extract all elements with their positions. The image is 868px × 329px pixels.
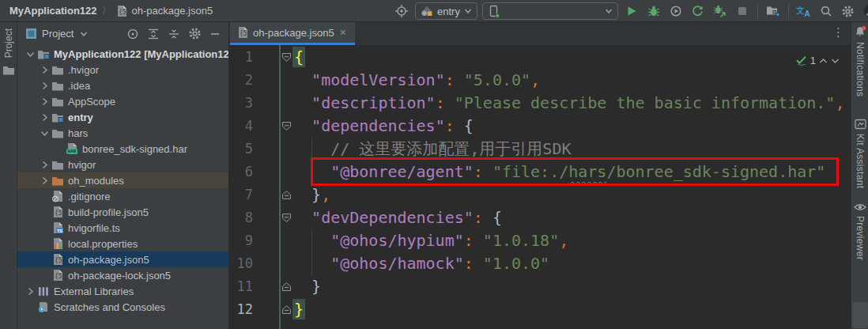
tree-item-gitignore[interactable]: .gitignore: [17, 188, 229, 204]
search-icon: [820, 5, 832, 17]
tree-item-local-properties[interactable]: local.properties: [17, 236, 229, 251]
breadcrumb-file[interactable]: oh-package.json5: [132, 5, 213, 17]
tool-window-button[interactable]: [852, 302, 868, 328]
chevron-down-icon[interactable]: [24, 47, 36, 60]
tree-item-myapplication122[interactable]: MyApplication122 [MyApplication122]: [17, 46, 229, 62]
stop-button[interactable]: [734, 2, 751, 20]
expand-all-button[interactable]: [145, 25, 162, 43]
line-number: 1: [229, 46, 253, 69]
tree-item-oh-package-lock-json5[interactable]: {5}oh-package-lock.json5: [17, 267, 229, 283]
run-button[interactable]: [623, 2, 640, 20]
tree-item-hars[interactable]: hars: [17, 125, 229, 141]
fold-marker-icon[interactable]: [281, 213, 292, 223]
code-text[interactable]: {: [292, 46, 305, 69]
svg-text:{5}: {5}: [240, 30, 248, 37]
tree-item-entry[interactable]: entry: [17, 109, 229, 125]
tree-item-oh-modules[interactable]: oh_modules: [17, 172, 229, 188]
tool-tab-previewer[interactable]: Previewer: [851, 202, 868, 260]
toolbar-divider: [757, 4, 758, 18]
previous-problem-icon[interactable]: [819, 58, 828, 64]
tree-item-scratches-and-consoles[interactable]: Scratches and Consoles: [17, 299, 229, 315]
tree-item-label: hars: [68, 127, 88, 139]
profiler-button[interactable]: [667, 2, 685, 20]
json5-file-icon: {5}: [116, 5, 127, 17]
line-number: 6: [229, 161, 253, 183]
chevron-down-icon: [464, 8, 472, 14]
code-text[interactable]: }: [292, 298, 305, 321]
tree-item-idea[interactable]: .idea: [17, 78, 229, 93]
run-config-dropdown[interactable]: entry: [415, 2, 477, 20]
folder-icon: [51, 95, 65, 108]
tree-item-hvigor[interactable]: .hvigor: [17, 62, 229, 78]
editor: {5} oh-package.json5 × ⋮ 1{2 "modelVersi…: [229, 22, 851, 329]
tree-item-oh-package-json5[interactable]: {5}oh-package.json5: [17, 251, 229, 267]
project-panel-title[interactable]: Project: [42, 28, 74, 40]
rerun-button[interactable]: [689, 2, 707, 20]
chevron-spacer: [52, 142, 65, 155]
chevron-right-icon[interactable]: [24, 285, 36, 297]
attach-debugger-button[interactable]: [711, 2, 729, 20]
module-icon: [421, 6, 433, 17]
select-opened-file-button[interactable]: [124, 25, 142, 43]
code-text[interactable]: "modelVersion": "5.0.0",: [292, 69, 540, 92]
code-text[interactable]: "@ohos/hamock": "1.0.0": [292, 252, 549, 275]
fold-marker-icon[interactable]: [281, 190, 292, 200]
chevron-right-icon[interactable]: [38, 174, 51, 187]
sync-folders-button[interactable]: [764, 2, 782, 20]
inspections-widget[interactable]: 1: [795, 49, 840, 72]
stop-icon: [737, 6, 748, 17]
chevron-down-icon[interactable]: [80, 31, 88, 37]
code-editor-area[interactable]: 1{2 "modelVersion": "5.0.0",3 "descripti…: [229, 45, 851, 329]
chevron-right-icon[interactable]: [38, 111, 51, 123]
tree-item-hvigor[interactable]: hvigor: [17, 157, 229, 172]
chevron-right-icon[interactable]: [38, 63, 51, 76]
fold-marker-icon[interactable]: [281, 52, 292, 62]
tree-item-build-profile-json5[interactable]: {5}build-profile.json5: [17, 204, 229, 220]
avatar-button[interactable]: [862, 2, 868, 20]
chevron-right-icon[interactable]: [38, 79, 51, 92]
fold-marker-icon[interactable]: [281, 304, 292, 315]
tree-item-bonree-sdk-signed-har[interactable]: HARbonree_sdk-signed.har: [17, 141, 229, 157]
fold-marker-icon[interactable]: [281, 282, 292, 292]
code-text[interactable]: "description": "Please describe the basi…: [292, 92, 844, 115]
close-icon[interactable]: ×: [339, 27, 347, 38]
chevron-down-icon[interactable]: [38, 127, 51, 139]
code-text[interactable]: },: [292, 183, 330, 206]
locate-button[interactable]: [393, 2, 410, 20]
collapse-all-button[interactable]: [165, 25, 183, 43]
debug-icon: [647, 5, 661, 17]
project-stripe-tab[interactable]: Project: [0, 25, 17, 79]
code-text[interactable]: "@ohos/hypium": "1.0.18",: [292, 229, 568, 252]
project-stripe-label: Project: [3, 28, 14, 58]
translate-button[interactable]: 文A: [795, 2, 813, 20]
svg-text:文: 文: [796, 6, 805, 15]
debug-button[interactable]: [645, 2, 662, 20]
tab-options-icon[interactable]: ⋮: [832, 25, 844, 40]
chevron-right-icon[interactable]: [38, 158, 51, 171]
fold-marker-icon[interactable]: [281, 121, 292, 131]
next-problem-icon[interactable]: [831, 58, 840, 64]
breadcrumb-project[interactable]: MyApplication122: [9, 5, 97, 17]
tab-oh-package-json5[interactable]: {5} oh-package.json5 ×: [230, 22, 355, 45]
code-text[interactable]: "devDependencies": {: [292, 206, 502, 229]
code-text[interactable]: "dependencies": {: [292, 115, 474, 138]
code-line-8: 8 "devDependencies": {: [229, 206, 851, 229]
code-line-4: 4 "dependencies": {: [229, 115, 851, 138]
settings-icon: [841, 5, 855, 18]
tree-item-external-libraries[interactable]: External Libraries: [17, 283, 229, 299]
tree-item-hvigorfile-ts[interactable]: TShvigorfile.ts: [17, 220, 229, 236]
tool-tab-kit-assistant[interactable]: Kit Assistant: [851, 119, 868, 188]
svg-text:{5}: {5}: [55, 257, 63, 264]
hide-panel-button[interactable]: [206, 25, 224, 43]
code-text[interactable]: }: [292, 275, 321, 298]
tree-item-appscope[interactable]: AppScope: [17, 93, 229, 109]
settings-button[interactable]: [840, 2, 857, 20]
line-number: 9: [229, 229, 253, 252]
panel-settings-button[interactable]: [186, 25, 203, 43]
chevron-right-icon[interactable]: [38, 95, 51, 108]
line-number: 4: [229, 115, 253, 138]
tool-tab-notifications[interactable]: Notifications: [851, 25, 868, 96]
breadcrumb: MyApplication122 〉 {5} oh-package.json5: [0, 4, 213, 17]
device-dropdown[interactable]: [482, 2, 618, 20]
search-button[interactable]: [817, 2, 835, 20]
